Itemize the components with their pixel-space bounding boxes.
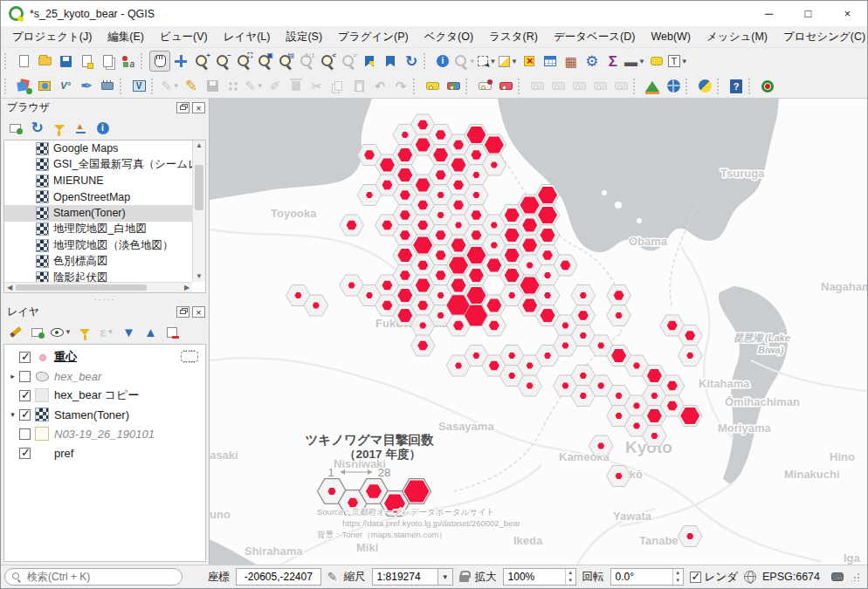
layer-row-Stamen(Toner)[interactable]: ▾Stamen(Toner) — [4, 405, 205, 424]
filter-legend-icon[interactable] — [76, 323, 94, 341]
zoom-out-icon[interactable]: − — [212, 51, 233, 72]
modify-attributes-icon[interactable]: ✐ — [265, 76, 286, 97]
add-feature-icon[interactable] — [223, 76, 244, 97]
menu-item-9[interactable]: Web(W) — [643, 28, 699, 45]
browser-item-地理院地図_白地図[interactable]: 地理院地図_白地図 — [4, 222, 205, 238]
browser-item-色別標高図[interactable]: 色別標高図 — [4, 254, 205, 271]
expand-all-icon[interactable]: ▼ — [120, 323, 138, 341]
redo-icon[interactable]: ↷ — [390, 76, 411, 97]
filter-by-expression-icon[interactable]: ε▼ — [98, 323, 116, 341]
layer-labeling-icon[interactable] — [422, 76, 443, 97]
browser-float-icon[interactable] — [176, 102, 189, 113]
magnifier-input[interactable] — [504, 570, 565, 584]
browser-item-OpenStreetMap[interactable]: OpenStreetMap — [4, 189, 205, 206]
menu-item-11[interactable]: プロセシング(C) — [775, 27, 868, 47]
scale-dropdown-icon[interactable]: ▼ — [438, 568, 453, 586]
enable-properties-icon[interactable]: i — [93, 119, 112, 137]
lock-scale-icon[interactable] — [459, 575, 469, 582]
render-checkbox[interactable] — [690, 572, 701, 583]
zoom-in-icon[interactable]: + — [191, 51, 212, 72]
coords-input[interactable] — [237, 570, 320, 584]
measure-icon[interactable]: ▬▼ — [623, 51, 646, 72]
pan-map-icon[interactable] — [149, 51, 170, 72]
rotation-input[interactable] — [611, 570, 672, 584]
change-label-properties-icon[interactable] — [610, 76, 631, 97]
add-selected-layers-icon[interactable] — [6, 119, 24, 137]
current-edits-icon[interactable]: ✎▼ — [160, 76, 181, 97]
zoom-native-icon[interactable]: 1:1 — [296, 51, 317, 72]
expander-icon[interactable]: ▾ — [7, 410, 18, 419]
scroll-left-icon[interactable]: ◀ — [4, 283, 15, 292]
menu-item-4[interactable]: 設定(S) — [278, 27, 330, 47]
undo-icon[interactable]: ↶ — [369, 76, 390, 97]
crs-status[interactable]: EPSG:6674 — [762, 571, 820, 583]
menu-item-1[interactable]: 編集(E) — [100, 27, 152, 47]
menu-item-6[interactable]: ベクタ(O) — [417, 27, 481, 47]
layer-checkbox[interactable] — [19, 352, 31, 363]
layer-row-N03-19_26_190101[interactable]: N03-19_26_190101 — [4, 424, 205, 443]
panel-splitter[interactable]: ····· — [1, 296, 209, 303]
menu-item-3[interactable]: レイヤ(L) — [216, 27, 279, 47]
layer-checkbox[interactable] — [19, 448, 31, 459]
pan-to-selection-icon[interactable] — [170, 51, 191, 72]
locator-search[interactable] — [4, 568, 183, 586]
save-layer-edits-icon[interactable] — [202, 76, 223, 97]
delete-selected-icon[interactable] — [286, 76, 307, 97]
vertex-tool-icon[interactable]: ✎▼ — [244, 76, 265, 97]
rotation-down-icon[interactable]: ▼ — [673, 577, 683, 585]
crs-globe-icon[interactable] — [744, 571, 756, 583]
scale-combo[interactable]: ▼ — [372, 568, 453, 586]
new-print-layout-icon[interactable] — [76, 51, 97, 72]
resize-grip[interactable] — [851, 572, 860, 581]
vscroll-thumb[interactable] — [195, 165, 203, 210]
open-layer-styling-icon[interactable] — [6, 323, 24, 341]
processing-toolbox-icon[interactable]: ⚙ — [582, 51, 603, 72]
show-hide-labels-icon[interactable] — [548, 76, 568, 97]
zoom-to-selection-icon[interactable]: ▣ — [254, 51, 275, 72]
deselect-all-icon[interactable] — [519, 51, 540, 72]
zoom-full-icon[interactable]: ⛶ — [233, 51, 254, 72]
add-group-icon[interactable] — [28, 323, 46, 341]
browser-item-MIERUNE[interactable]: MIERUNE — [4, 173, 205, 189]
field-calculator-icon[interactable]: ▦ — [561, 51, 582, 72]
refresh-map-icon[interactable]: ↻ — [401, 51, 422, 72]
scroll-down-icon[interactable]: ▼ — [193, 271, 205, 282]
zoom-to-layer-icon[interactable]: ▤ — [275, 51, 296, 72]
save-project-icon[interactable] — [55, 51, 76, 72]
rotation-spinbox[interactable]: ▲▼ — [610, 568, 684, 586]
scroll-up-icon[interactable]: ▲ — [193, 140, 205, 151]
browser-close-icon[interactable]: × — [192, 102, 205, 113]
zoom-last-icon[interactable]: < — [317, 51, 338, 72]
collapse-all-icon[interactable] — [72, 119, 90, 137]
layer-row-pref[interactable]: pref — [4, 443, 205, 462]
select-features-icon[interactable]: ▼ — [477, 51, 498, 72]
browser-item-Stamen(Toner)[interactable]: Stamen(Toner) — [4, 205, 205, 222]
browser-item-GSI_全国最新写真（シームレス）[interactable]: GSI_全国最新写真（シームレス） — [4, 157, 205, 174]
menu-item-10[interactable]: メッシュ(M) — [699, 27, 775, 47]
layers-close-icon[interactable]: × — [192, 306, 205, 318]
layer-row-重心[interactable]: 重心 — [4, 347, 205, 366]
statistical-summary-icon[interactable]: Σ — [603, 51, 623, 72]
memory-layer-indicator-icon[interactable] — [181, 351, 198, 362]
refresh-browser-icon[interactable]: ↻ — [28, 119, 46, 137]
data-source-manager-icon[interactable] — [13, 76, 34, 97]
hscroll-thumb[interactable] — [16, 284, 147, 291]
new-project-icon[interactable] — [13, 51, 34, 72]
layer-checkbox[interactable] — [19, 390, 31, 401]
extents-toggle-icon[interactable]: ✎ — [327, 571, 338, 583]
layer-checkbox[interactable] — [19, 428, 31, 440]
maximize-button[interactable]: □ — [789, 1, 828, 26]
menu-item-0[interactable]: プロジェクト(J) — [4, 27, 100, 47]
new-geopackage-layer-icon[interactable] — [34, 76, 55, 97]
browser-item-地理院地図（淡色地図）[interactable]: 地理院地図（淡色地図） — [4, 237, 205, 254]
new-virtual-layer-icon[interactable]: V — [128, 76, 149, 97]
new-spatial-bookmark-icon[interactable] — [359, 51, 380, 72]
scroll-right-icon[interactable]: ▶ — [182, 283, 192, 292]
metasearch-icon[interactable] — [663, 76, 684, 97]
deselect-features-icon[interactable]: ▼ — [498, 51, 519, 72]
collapse-all-layers-icon[interactable]: ▲ — [141, 323, 160, 341]
layer-checkbox[interactable] — [19, 371, 31, 382]
menu-item-8[interactable]: データベース(D) — [546, 27, 644, 47]
identify-features-icon[interactable]: i — [432, 51, 453, 72]
new-shapefile-layer-icon[interactable]: V° — [55, 76, 76, 97]
